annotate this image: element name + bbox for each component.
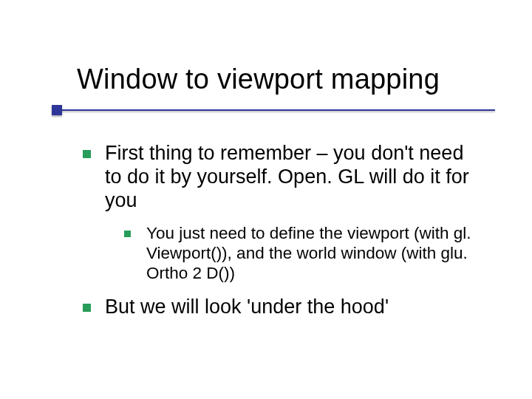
bullet-text: First thing to remember – you don't need…	[105, 142, 469, 211]
slide-body: First thing to remember – you don't need…	[83, 142, 482, 331]
list-item: But we will look 'under the hood'	[83, 296, 482, 319]
title-underline	[52, 109, 495, 111]
bullet-list: First thing to remember – you don't need…	[83, 142, 482, 319]
title-block: Window to viewport mapping	[77, 64, 491, 95]
sub-bullet-list: You just need to define the viewport (wi…	[105, 223, 482, 284]
bullet-text: You just need to define the viewport (wi…	[146, 224, 471, 283]
bullet-square-icon	[83, 150, 91, 158]
list-item: You just need to define the viewport (wi…	[124, 223, 482, 284]
bullet-text: But we will look 'under the hood'	[105, 296, 389, 318]
bullet-square-icon	[83, 304, 91, 312]
slide: Window to viewport mapping First thing t…	[0, 0, 532, 399]
bullet-square-icon	[124, 231, 131, 237]
list-item: First thing to remember – you don't need…	[83, 142, 482, 284]
slide-title: Window to viewport mapping	[77, 64, 491, 95]
